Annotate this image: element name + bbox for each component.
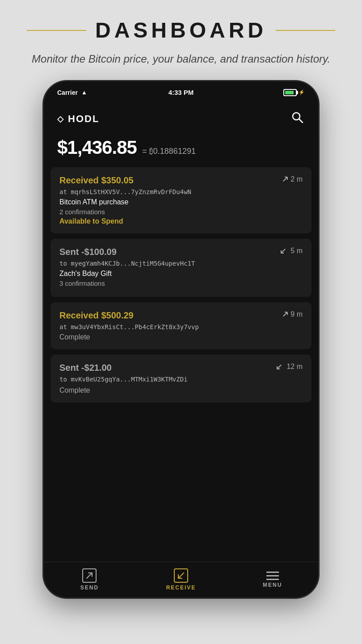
tx-label-1: Zach's Bday Gift bbox=[59, 270, 303, 278]
tx-address-0: at mqrhsLStHXV5V...7yZnzmRvDrFDu4wN bbox=[59, 188, 303, 195]
nav-receive-label: RECEIVE bbox=[166, 585, 196, 591]
search-icon[interactable] bbox=[290, 110, 305, 128]
app-logo-text: HODL bbox=[68, 113, 99, 125]
wifi-icon: ▲ bbox=[81, 89, 87, 96]
tx-amount-2: Received $500.29 bbox=[59, 310, 134, 321]
status-time: 4:33 PM bbox=[168, 89, 194, 96]
carrier-text: Carrier bbox=[57, 89, 78, 96]
tx-amount-3: Sent -$21.00 bbox=[59, 363, 112, 373]
tx-confirmations-1: 3 confirmations bbox=[59, 280, 303, 287]
tx-address-3: to mvKvBeU25gqYa...MTMxi1W3KTMvZDi bbox=[59, 376, 303, 383]
battery-icon bbox=[283, 89, 297, 96]
transaction-card-3[interactable]: Sent -$21.00 12 m to mvKvBeU25gqYa...MTM… bbox=[51, 355, 311, 402]
header-line-right bbox=[276, 30, 335, 31]
balance-section: $1,436.85 = ₿0.18861291 bbox=[44, 132, 318, 167]
nav-send[interactable]: SEND bbox=[44, 568, 135, 591]
balance-btc: = ₿0.18861291 bbox=[142, 147, 196, 156]
tx-address-1: to myegYamh4KCJb...NcjtiM5G4upevHc1T bbox=[59, 260, 303, 267]
tx-status-0: Available to Spend bbox=[59, 217, 303, 225]
tx-amount-1: Sent -$100.09 bbox=[59, 247, 117, 257]
app-header: ◇ HODL bbox=[44, 104, 318, 132]
tx-time-label-0: 2 m bbox=[290, 175, 303, 183]
tx-label-0: Bitcoin ATM purchase bbox=[59, 198, 303, 206]
tx-amount-0: Received $350.05 bbox=[59, 175, 134, 186]
tx-header-1: Sent -$100.09 5 m bbox=[59, 247, 303, 257]
tx-header-0: Received $350.05 2 m bbox=[59, 175, 303, 186]
receive-nav-icon bbox=[174, 568, 188, 583]
status-right: ⚡ bbox=[283, 89, 305, 96]
tx-header-2: Received $500.29 9 m bbox=[59, 310, 303, 321]
menu-line-3 bbox=[266, 579, 279, 580]
tx-status-3: Complete bbox=[59, 386, 303, 394]
page-header: DASHBOARD Monitor the Bitcoin price, you… bbox=[0, 0, 362, 80]
battery-fill bbox=[285, 91, 294, 94]
transaction-card-1[interactable]: Sent -$100.09 5 m to myegYamh4KCJb...Ncj… bbox=[51, 239, 311, 297]
phone-container: Carrier ▲ 4:33 PM ⚡ ◇ HODL bbox=[42, 80, 320, 599]
tx-time-0: 2 m bbox=[281, 175, 303, 183]
svg-line-1 bbox=[299, 119, 303, 123]
transaction-card-0[interactable]: Received $350.05 2 m at mqrhsLStHXV5V...… bbox=[51, 167, 311, 233]
status-left: Carrier ▲ bbox=[57, 89, 87, 96]
tx-time-2: 9 m bbox=[281, 310, 303, 318]
nav-receive[interactable]: RECEIVE bbox=[135, 568, 227, 591]
menu-line-1 bbox=[266, 572, 279, 573]
nav-menu-label: MENU bbox=[263, 582, 282, 588]
transactions-list: Received $350.05 2 m at mqrhsLStHXV5V...… bbox=[44, 167, 318, 408]
header-line-left bbox=[27, 30, 86, 31]
tx-address-2: at mw3uV4YbxRisCt...Pb4cErkZt8x3y7vvp bbox=[59, 323, 303, 330]
logo-diamond-icon: ◇ bbox=[57, 114, 64, 124]
tx-time-label-2: 9 m bbox=[290, 310, 303, 318]
header-line: DASHBOARD bbox=[27, 18, 335, 42]
balance-usd: $1,436.85 bbox=[57, 137, 137, 158]
nav-send-label: SEND bbox=[80, 585, 99, 591]
menu-icon bbox=[266, 572, 279, 580]
tx-status-2: Complete bbox=[59, 333, 303, 341]
tx-time-3: 12 m bbox=[277, 363, 303, 371]
page-wrapper: DASHBOARD Monitor the Bitcoin price, you… bbox=[0, 0, 362, 644]
tx-time-label-3: 12 m bbox=[286, 363, 303, 371]
bolt-icon: ⚡ bbox=[299, 89, 305, 95]
transaction-card-2[interactable]: Received $500.29 9 m at mw3uV4YbxRisCt..… bbox=[51, 302, 311, 349]
app-logo: ◇ HODL bbox=[57, 113, 99, 125]
status-bar: Carrier ▲ 4:33 PM ⚡ bbox=[44, 81, 318, 104]
tx-time-label-1: 5 m bbox=[290, 247, 303, 255]
app-content: ◇ HODL $1,436.85 = ₿0.18861291 bbox=[44, 104, 318, 562]
tx-header-3: Sent -$21.00 12 m bbox=[59, 363, 303, 373]
tx-time-1: 5 m bbox=[281, 247, 303, 255]
tx-confirmations-0: 2 confirmations bbox=[59, 208, 303, 216]
bottom-nav: SEND RECEIVE MENU bbox=[44, 562, 318, 597]
page-title: DASHBOARD bbox=[95, 18, 267, 42]
balance-display: $1,436.85 = ₿0.18861291 bbox=[57, 137, 305, 158]
nav-menu[interactable]: MENU bbox=[227, 572, 318, 588]
menu-line-2 bbox=[266, 575, 279, 576]
send-nav-icon bbox=[82, 568, 97, 583]
page-subtitle: Monitor the Bitcoin price, your balance,… bbox=[27, 51, 335, 67]
